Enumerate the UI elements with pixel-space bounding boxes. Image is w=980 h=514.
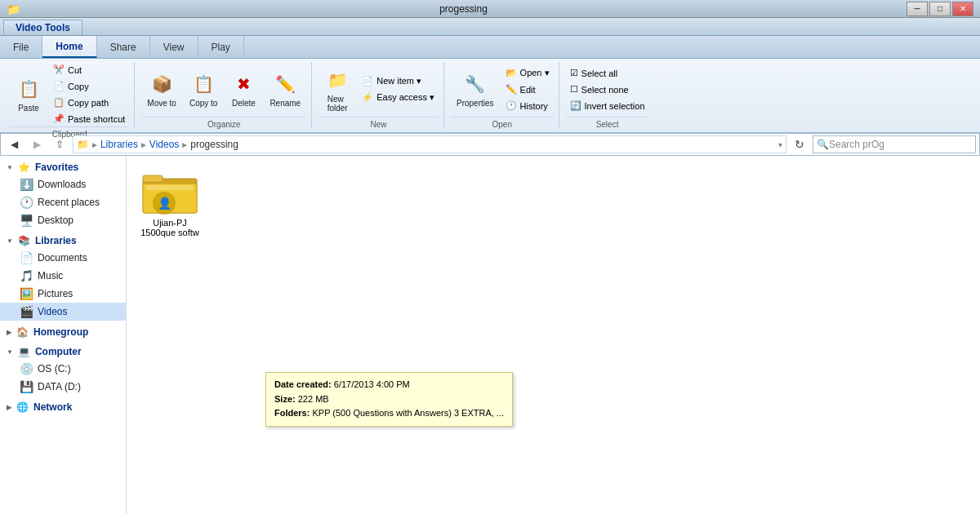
libraries-expand-icon: ▼ bbox=[7, 237, 13, 245]
open-buttons: 🔧 Properties 📂 Open ▾ ✏️ Edit 🕐 History bbox=[451, 62, 554, 117]
network-section: ▶ 🌐 Network bbox=[0, 399, 126, 415]
open-button[interactable]: 📂 Open ▾ bbox=[501, 65, 554, 81]
folder-item-ujian-pj[interactable]: 👤 Ujian-PJ 1500que softw bbox=[133, 166, 207, 241]
back-button[interactable]: ◀ bbox=[4, 135, 24, 153]
select-buttons: ☑ Select all ☐ Select none 🔄 Invert sele… bbox=[566, 62, 649, 117]
sidebar-item-downloads[interactable]: ⬇️ Downloads bbox=[0, 175, 126, 193]
move-to-label: Move to bbox=[147, 99, 176, 108]
favorites-icon: ⭐ bbox=[18, 162, 30, 173]
paste-button[interactable]: 📋 Paste bbox=[10, 73, 47, 116]
rename-button[interactable]: ✏️ Rename bbox=[264, 68, 306, 111]
homegroup-icon: 🏠 bbox=[16, 326, 29, 338]
network-label: Network bbox=[33, 401, 72, 413]
folder-tooltip: Date created: 6/17/2013 4:00 PM Size: 22… bbox=[265, 372, 513, 427]
easy-access-label: Easy access ▾ bbox=[376, 92, 434, 103]
network-header[interactable]: ▶ 🌐 Network bbox=[0, 399, 126, 415]
sidebar-item-desktop[interactable]: 🖥️ Desktop bbox=[0, 211, 126, 229]
pictures-label: Pictures bbox=[38, 288, 73, 299]
easy-access-button[interactable]: ⚡ Easy access ▾ bbox=[358, 90, 439, 105]
tab-view[interactable]: View bbox=[150, 36, 198, 58]
new-group: 📁 Newfolder 📄 New item ▾ ⚡ Easy access ▾… bbox=[314, 62, 444, 129]
search-input[interactable] bbox=[829, 139, 972, 150]
invert-selection-label: Invert selection bbox=[585, 101, 645, 111]
tab-bar: Video Tools bbox=[0, 18, 980, 36]
ribbon-tabs: File Home Share View Play bbox=[0, 36, 980, 59]
cut-button[interactable]: ✂️ Cut bbox=[49, 62, 129, 78]
new-item-button[interactable]: 📄 New item ▾ bbox=[358, 73, 439, 89]
copy-path-icon: 📋 bbox=[53, 97, 65, 108]
new-folder-icon: 📁 bbox=[324, 67, 350, 93]
homegroup-header[interactable]: ▶ 🏠 Homegroup bbox=[0, 324, 126, 340]
up-button[interactable]: ⇧ bbox=[50, 135, 69, 153]
sidebar-item-os-c[interactable]: 💿 OS (C:) bbox=[0, 360, 126, 378]
documents-label: Documents bbox=[38, 252, 87, 264]
copy-label: Copy bbox=[68, 82, 89, 91]
paste-shortcut-button[interactable]: 📌 Paste shortcut bbox=[49, 111, 129, 126]
select-all-button[interactable]: ☑ Select all bbox=[566, 65, 649, 81]
libraries-header[interactable]: ▼ 📚 Libraries bbox=[0, 233, 126, 249]
ribbon: File Home Share View Play 📋 Paste ✂️ Cut… bbox=[0, 36, 980, 133]
sidebar-item-data-d[interactable]: 💾 DATA (D:) bbox=[0, 378, 126, 396]
folder-subtitle2: softw bbox=[178, 228, 199, 237]
main-layout: ▼ ⭐ Favorites ⬇️ Downloads 🕐 Recent plac… bbox=[0, 156, 980, 514]
search-box[interactable]: 🔍 bbox=[813, 135, 976, 153]
select-none-button[interactable]: ☐ Select none bbox=[566, 82, 649, 97]
tab-share[interactable]: Share bbox=[97, 36, 150, 58]
copy-path-button[interactable]: 📋 Copy path bbox=[49, 95, 129, 110]
svg-rect-1 bbox=[143, 175, 163, 182]
computer-header[interactable]: ▼ 💻 Computer bbox=[0, 343, 126, 360]
close-button[interactable]: ✕ bbox=[952, 2, 973, 16]
app-icon: 📁 bbox=[7, 2, 20, 16]
copy-button[interactable]: 📄 Copy bbox=[49, 78, 129, 94]
move-to-button[interactable]: 📦 Move to bbox=[141, 68, 182, 111]
music-label: Music bbox=[38, 270, 63, 281]
history-icon: 🕐 bbox=[506, 100, 517, 111]
breadcrumb-libraries[interactable]: Libraries bbox=[100, 139, 138, 150]
sidebar-item-pictures[interactable]: 🖼️ Pictures bbox=[0, 285, 126, 303]
video-tools-tab[interactable]: Video Tools bbox=[3, 20, 82, 35]
title-bar: 📁 progessing ─ □ ✕ bbox=[0, 0, 980, 18]
tab-play[interactable]: Play bbox=[198, 36, 244, 58]
search-icon: 🔍 bbox=[817, 139, 829, 150]
tooltip-date-row: Date created: 6/17/2013 4:00 PM bbox=[274, 378, 504, 392]
sidebar-item-documents[interactable]: 📄 Documents bbox=[0, 249, 126, 267]
edit-button[interactable]: ✏️ Edit bbox=[501, 82, 554, 97]
organize-group: 📦 Move to 📋 Copy to ✖ Delete ✏️ Rename O… bbox=[136, 62, 312, 129]
sidebar-item-recent-places[interactable]: 🕐 Recent places bbox=[0, 193, 126, 211]
delete-label: Delete bbox=[232, 99, 256, 108]
desktop-icon: 🖥️ bbox=[20, 214, 33, 227]
new-label: New bbox=[318, 117, 439, 129]
paste-label: Paste bbox=[18, 104, 39, 113]
tab-home[interactable]: Home bbox=[42, 36, 96, 58]
cut-label: Cut bbox=[68, 65, 82, 75]
refresh-button[interactable]: ↻ bbox=[790, 135, 809, 153]
tooltip-size-row: Size: 222 MB bbox=[274, 392, 504, 407]
edit-label: Edit bbox=[520, 85, 536, 95]
libraries-icon: 📚 bbox=[18, 235, 30, 246]
sidebar: ▼ ⭐ Favorites ⬇️ Downloads 🕐 Recent plac… bbox=[0, 156, 127, 514]
tooltip-date-value: 6/17/2013 4:00 PM bbox=[334, 379, 410, 389]
forward-button[interactable]: ▶ bbox=[27, 135, 47, 153]
sidebar-item-music[interactable]: 🎵 Music bbox=[0, 267, 126, 285]
invert-selection-button[interactable]: 🔄 Invert selection bbox=[566, 98, 649, 113]
recent-places-label: Recent places bbox=[38, 197, 100, 208]
clipboard-buttons: 📋 Paste ✂️ Cut 📄 Copy 📋 Copy path bbox=[10, 62, 129, 126]
sidebar-item-videos[interactable]: 🎬 Videos bbox=[0, 303, 126, 321]
new-folder-button[interactable]: 📁 Newfolder bbox=[318, 64, 356, 116]
tooltip-date-label: Date created: bbox=[274, 379, 332, 389]
maximize-button[interactable]: □ bbox=[929, 2, 951, 16]
downloads-icon: ⬇️ bbox=[20, 178, 33, 191]
breadcrumb: 📁 ► Libraries ► Videos ► progessing ▾ bbox=[73, 135, 786, 153]
properties-button[interactable]: 🔧 Properties bbox=[451, 68, 500, 111]
copy-to-button[interactable]: 📋 Copy to bbox=[184, 68, 223, 111]
properties-label: Properties bbox=[457, 99, 494, 108]
history-label: History bbox=[520, 101, 548, 111]
breadcrumb-videos[interactable]: Videos bbox=[149, 139, 179, 150]
history-button[interactable]: 🕐 History bbox=[501, 98, 554, 113]
recent-places-icon: 🕐 bbox=[20, 196, 33, 209]
delete-button[interactable]: ✖ Delete bbox=[225, 68, 262, 111]
favorites-header[interactable]: ▼ ⭐ Favorites bbox=[0, 159, 126, 175]
minimize-button[interactable]: ─ bbox=[906, 2, 928, 16]
tab-file[interactable]: File bbox=[0, 36, 42, 58]
clipboard-group: 📋 Paste ✂️ Cut 📄 Copy 📋 Copy path bbox=[5, 62, 135, 129]
